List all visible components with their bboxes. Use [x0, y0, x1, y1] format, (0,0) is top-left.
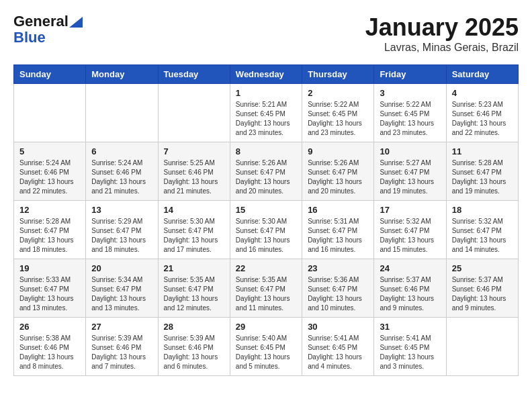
day-info: Sunrise: 5:21 AM Sunset: 6:45 PM Dayligh… [236, 100, 296, 138]
calendar-cell: 28Sunrise: 5:39 AM Sunset: 6:46 PM Dayli… [158, 318, 230, 376]
day-info: Sunrise: 5:41 AM Sunset: 6:45 PM Dayligh… [380, 334, 440, 371]
day-number: 7 [164, 146, 224, 156]
calendar-cell: 13Sunrise: 5:29 AM Sunset: 6:47 PM Dayli… [86, 201, 158, 259]
calendar-cell: 21Sunrise: 5:35 AM Sunset: 6:47 PM Dayli… [158, 259, 230, 318]
day-info: Sunrise: 5:32 AM Sunset: 6:47 PM Dayligh… [380, 217, 440, 255]
calendar-cell [14, 84, 86, 142]
day-number: 8 [236, 146, 296, 156]
day-number: 15 [236, 205, 296, 215]
day-info: Sunrise: 5:22 AM Sunset: 6:45 PM Dayligh… [308, 100, 368, 138]
calendar-cell: 3Sunrise: 5:22 AM Sunset: 6:45 PM Daylig… [374, 84, 446, 142]
day-info: Sunrise: 5:24 AM Sunset: 6:46 PM Dayligh… [91, 158, 152, 196]
day-number: 31 [380, 322, 440, 332]
day-info: Sunrise: 5:29 AM Sunset: 6:47 PM Dayligh… [91, 217, 152, 255]
day-number: 29 [236, 322, 296, 332]
day-info: Sunrise: 5:24 AM Sunset: 6:46 PM Dayligh… [19, 158, 80, 196]
day-number: 12 [19, 205, 80, 215]
week-row-5: 26Sunrise: 5:38 AM Sunset: 6:46 PM Dayli… [14, 318, 519, 376]
weekday-header-tuesday: Tuesday [158, 65, 230, 84]
calendar-cell: 16Sunrise: 5:31 AM Sunset: 6:47 PM Dayli… [302, 201, 374, 259]
calendar-cell: 25Sunrise: 5:37 AM Sunset: 6:46 PM Dayli… [446, 259, 518, 318]
day-number: 20 [91, 263, 152, 273]
day-number: 19 [19, 263, 80, 273]
day-number: 26 [19, 322, 80, 332]
day-info: Sunrise: 5:31 AM Sunset: 6:47 PM Dayligh… [308, 217, 368, 255]
calendar-cell: 1Sunrise: 5:21 AM Sunset: 6:45 PM Daylig… [230, 84, 302, 142]
day-info: Sunrise: 5:33 AM Sunset: 6:47 PM Dayligh… [19, 275, 80, 313]
day-info: Sunrise: 5:39 AM Sunset: 6:46 PM Dayligh… [91, 334, 152, 371]
location-title: Lavras, Minas Gerais, Brazil [365, 42, 519, 54]
day-info: Sunrise: 5:37 AM Sunset: 6:46 PM Dayligh… [380, 275, 440, 313]
day-info: Sunrise: 5:26 AM Sunset: 6:47 PM Dayligh… [308, 158, 368, 196]
day-info: Sunrise: 5:22 AM Sunset: 6:45 PM Dayligh… [380, 100, 440, 138]
calendar-cell: 6Sunrise: 5:24 AM Sunset: 6:46 PM Daylig… [86, 142, 158, 201]
day-number: 4 [452, 88, 513, 98]
day-number: 11 [452, 146, 513, 156]
day-info: Sunrise: 5:36 AM Sunset: 6:47 PM Dayligh… [308, 275, 368, 313]
day-number: 14 [164, 205, 224, 215]
day-number: 9 [308, 146, 368, 156]
day-number: 5 [19, 146, 80, 156]
day-info: Sunrise: 5:30 AM Sunset: 6:47 PM Dayligh… [236, 217, 296, 255]
day-info: Sunrise: 5:41 AM Sunset: 6:45 PM Dayligh… [308, 334, 368, 371]
calendar-cell: 15Sunrise: 5:30 AM Sunset: 6:47 PM Dayli… [230, 201, 302, 259]
calendar-cell: 18Sunrise: 5:32 AM Sunset: 6:47 PM Dayli… [446, 201, 518, 259]
week-row-2: 5Sunrise: 5:24 AM Sunset: 6:46 PM Daylig… [14, 142, 519, 201]
calendar: SundayMondayTuesdayWednesdayThursdayFrid… [13, 64, 519, 376]
day-number: 13 [91, 205, 152, 215]
header: General Blue January 2025 Lavras, Minas … [13, 13, 519, 54]
week-row-3: 12Sunrise: 5:28 AM Sunset: 6:47 PM Dayli… [14, 201, 519, 259]
weekday-header-row: SundayMondayTuesdayWednesdayThursdayFrid… [14, 65, 519, 84]
week-row-1: 1Sunrise: 5:21 AM Sunset: 6:45 PM Daylig… [14, 84, 519, 142]
day-info: Sunrise: 5:39 AM Sunset: 6:46 PM Dayligh… [164, 334, 224, 371]
day-info: Sunrise: 5:25 AM Sunset: 6:46 PM Dayligh… [164, 158, 224, 196]
day-info: Sunrise: 5:34 AM Sunset: 6:47 PM Dayligh… [91, 275, 152, 313]
day-number: 3 [380, 88, 440, 98]
calendar-cell: 22Sunrise: 5:35 AM Sunset: 6:47 PM Dayli… [230, 259, 302, 318]
calendar-cell: 2Sunrise: 5:22 AM Sunset: 6:45 PM Daylig… [302, 84, 374, 142]
calendar-cell: 14Sunrise: 5:30 AM Sunset: 6:47 PM Dayli… [158, 201, 230, 259]
calendar-cell: 4Sunrise: 5:23 AM Sunset: 6:46 PM Daylig… [446, 84, 518, 142]
calendar-cell: 29Sunrise: 5:40 AM Sunset: 6:45 PM Dayli… [230, 318, 302, 376]
day-number: 17 [380, 205, 440, 215]
day-info: Sunrise: 5:27 AM Sunset: 6:47 PM Dayligh… [380, 158, 440, 196]
day-number: 18 [452, 205, 513, 215]
logo-general: General [13, 13, 69, 30]
month-title: January 2025 [365, 13, 519, 42]
day-number: 10 [380, 146, 440, 156]
calendar-cell: 27Sunrise: 5:39 AM Sunset: 6:46 PM Dayli… [86, 318, 158, 376]
weekday-header-thursday: Thursday [302, 65, 374, 84]
day-number: 1 [236, 88, 296, 98]
calendar-cell: 19Sunrise: 5:33 AM Sunset: 6:47 PM Dayli… [14, 259, 86, 318]
day-info: Sunrise: 5:35 AM Sunset: 6:47 PM Dayligh… [236, 275, 296, 313]
day-number: 6 [91, 146, 152, 156]
weekday-header-sunday: Sunday [14, 65, 86, 84]
calendar-cell: 12Sunrise: 5:28 AM Sunset: 6:47 PM Dayli… [14, 201, 86, 259]
svg-marker-0 [69, 17, 83, 28]
day-number: 23 [308, 263, 368, 273]
calendar-cell: 10Sunrise: 5:27 AM Sunset: 6:47 PM Dayli… [374, 142, 446, 201]
day-number: 2 [308, 88, 368, 98]
weekday-header-monday: Monday [86, 65, 158, 84]
day-info: Sunrise: 5:28 AM Sunset: 6:47 PM Dayligh… [452, 158, 513, 196]
day-info: Sunrise: 5:28 AM Sunset: 6:47 PM Dayligh… [19, 217, 80, 255]
calendar-cell: 30Sunrise: 5:41 AM Sunset: 6:45 PM Dayli… [302, 318, 374, 376]
day-number: 30 [308, 322, 368, 332]
day-info: Sunrise: 5:30 AM Sunset: 6:47 PM Dayligh… [164, 217, 224, 255]
calendar-cell: 20Sunrise: 5:34 AM Sunset: 6:47 PM Dayli… [86, 259, 158, 318]
calendar-cell: 7Sunrise: 5:25 AM Sunset: 6:46 PM Daylig… [158, 142, 230, 201]
calendar-cell: 9Sunrise: 5:26 AM Sunset: 6:47 PM Daylig… [302, 142, 374, 201]
calendar-cell: 5Sunrise: 5:24 AM Sunset: 6:46 PM Daylig… [14, 142, 86, 201]
day-number: 28 [164, 322, 224, 332]
calendar-cell [446, 318, 518, 376]
calendar-cell: 11Sunrise: 5:28 AM Sunset: 6:47 PM Dayli… [446, 142, 518, 201]
weekday-header-friday: Friday [374, 65, 446, 84]
day-info: Sunrise: 5:32 AM Sunset: 6:47 PM Dayligh… [452, 217, 513, 255]
day-number: 27 [91, 322, 152, 332]
calendar-cell: 31Sunrise: 5:41 AM Sunset: 6:45 PM Dayli… [374, 318, 446, 376]
day-number: 16 [308, 205, 368, 215]
calendar-cell [86, 84, 158, 142]
day-number: 24 [380, 263, 440, 273]
weekday-header-saturday: Saturday [446, 65, 518, 84]
logo-icon [69, 17, 83, 28]
